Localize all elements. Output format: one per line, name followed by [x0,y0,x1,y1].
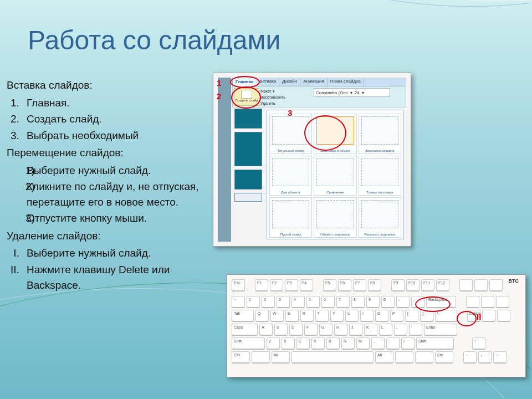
key: C [296,337,310,350]
key [474,279,488,291]
font-name: Constantia (Осн [316,90,348,95]
kbd-inner: BTC Esc F1F2F3F4 F5F6F7F8 F9F10F11F12 ~ … [232,279,521,372]
ribbon-tabs: Главная Вставка Дизайн Анимация Показ сл… [232,78,406,86]
key: . [386,337,400,350]
key: Esc [232,279,245,291]
key [395,351,413,364]
key [415,351,433,364]
kbd-brand: BTC [509,278,519,284]
key: E [285,310,299,322]
key: Shift [416,337,454,350]
new-slide-label: Создать слайд [235,99,258,102]
layout-option: Рисунок с подписью [359,197,401,238]
key: [ [405,310,418,322]
key: 5 [306,296,320,308]
key: R [300,310,314,322]
key: J [349,324,362,336]
key [459,279,473,291]
key: ' [409,324,422,336]
app-inner: Главная Вставка Дизайн Анимация Показ сл… [216,75,408,244]
key: Tab [232,310,254,322]
key: F7 [353,279,366,291]
key: Ctrl [232,351,250,364]
layout-option: Объект с подписью [314,197,356,238]
callout-marker-kbd: II [477,313,481,321]
key: Ctrl [435,351,453,364]
key [481,296,494,308]
layout-option: Сравнение [314,156,356,196]
key: U [345,310,359,322]
body-text: Вставка слайдов: Главная. Создать слайд.… [7,78,211,295]
callout-marker-1: 1 [217,79,221,87]
key: 6 [321,296,335,308]
slide: Работа со слайдами Вставка слайдов: Глав… [0,0,532,399]
key: 3 [277,296,290,308]
layout-option: Заголовок раздела [359,114,401,154]
cmd-reset: Восстановить [260,94,285,100]
key: → [493,351,507,364]
key: W [270,310,284,322]
list-item: Главная. [22,95,211,111]
key [496,296,509,308]
key: A [259,324,273,336]
key: 0 [381,296,395,308]
key: ← [463,351,477,364]
decor-swoosh [194,0,532,1]
key [489,279,503,291]
key: 7 [336,296,350,308]
ribbon-body: Создать слайд Макет ▾ Восстановить Удали… [232,86,406,108]
list-item: Нажмите клавишу Delete или Backspace. [22,262,211,293]
key: D [289,324,303,336]
key: Enter [424,324,457,336]
key: O [375,310,388,322]
move-list: Выберите нужный слайд. Кликните по слайд… [7,163,211,226]
key: Caps [232,324,258,336]
list-item: Кликните по слайду и, не отпуская, перет… [22,179,211,209]
list-item: Выберите нужный слайд. [22,245,211,261]
tab-design: Дизайн [279,78,300,86]
key: G [319,324,332,336]
font-combo: Constantia (Осн ▾ 24 ▾ [314,88,390,97]
mini-commands: Макет ▾ Восстановить Удалить [260,88,285,106]
layout-option: Пустой слайд [269,197,312,238]
key: ] [420,310,433,322]
thumb [234,170,262,190]
slide-title: Работа со слайдами [28,25,280,55]
key: F12 [436,279,449,291]
key: 1 [247,296,260,308]
key: F10 [406,279,420,291]
key: B [326,337,340,350]
slide-thumbnails [234,109,262,205]
key: ; [394,324,407,336]
key: ~ [232,296,245,308]
key [497,310,510,322]
key: 9 [366,296,380,308]
tab-insert: Вставка [257,78,280,86]
key: K [364,324,377,336]
key: H [334,324,347,336]
cmd-layout: Макет ▾ [260,88,285,94]
key: V [311,337,325,350]
delete-list: Выберите нужный слайд. Нажмите клавишу D… [7,245,211,293]
key: I [360,310,374,322]
key: Alt [375,351,393,364]
key [482,310,495,322]
key: N [341,337,355,350]
app-sidebar [218,78,231,242]
decor-swoosh [166,0,532,7]
key: / [401,337,415,350]
key: 2 [262,296,275,308]
key: Q [255,310,269,322]
key: F9 [391,279,405,291]
key: S [274,324,288,336]
key: F5 [323,279,336,291]
key: 4 [291,296,305,308]
key: Y [330,310,344,322]
key: Z [267,337,280,350]
layout-option: Титульный слайд [269,114,312,154]
cmd-delete: Удалить [260,100,285,106]
key: L [379,324,392,336]
key [252,351,270,364]
insert-heading: Вставка слайдов: [7,78,211,93]
tab-home: Главная [232,78,257,86]
